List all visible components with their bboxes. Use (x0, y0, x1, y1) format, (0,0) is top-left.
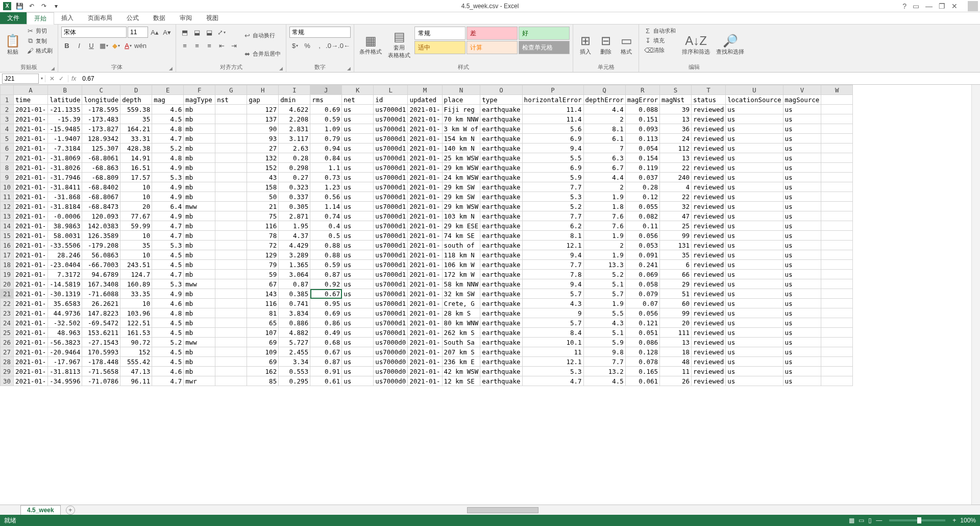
cell[interactable]: 4.9 (152, 192, 184, 202)
cell[interactable]: -66.7003 (82, 260, 120, 270)
cell[interactable]: -17.967 (48, 357, 82, 367)
cell[interactable]: reviewed (691, 270, 725, 279)
cell[interactable]: 5.9 (522, 173, 583, 182)
cell[interactable]: 13 (659, 153, 691, 163)
cell[interactable]: us (342, 289, 374, 299)
cell[interactable]: 0.056 (625, 231, 659, 241)
cell[interactable]: 25 (659, 221, 691, 231)
cell[interactable]: 0.086 (625, 338, 659, 347)
cell[interactable]: mb (184, 250, 215, 260)
cell[interactable]: earthquake (480, 289, 522, 299)
restore-button[interactable]: ❐ (939, 2, 945, 10)
row-header-10[interactable]: 10 (1, 182, 14, 192)
bold-button[interactable]: B (61, 40, 72, 51)
cell[interactable]: 4.9 (152, 289, 184, 299)
number-launcher-icon[interactable]: ◢ (347, 66, 351, 71)
cell[interactable]: 0.069 (625, 270, 659, 279)
cell[interactable]: 25 km WSW (442, 153, 480, 163)
cell[interactable]: reviewed (691, 211, 725, 221)
cell[interactable]: 4.5 (152, 250, 184, 260)
style-good[interactable]: 好 (519, 27, 570, 40)
cell[interactable]: 5.7 (522, 318, 583, 328)
cell[interactable]: 1.9 (583, 250, 625, 260)
cell[interactable]: 2021-01- (408, 163, 442, 173)
tab-formulas[interactable]: 公式 (119, 12, 146, 24)
cell[interactable]: us (783, 144, 821, 153)
cell[interactable]: us (783, 182, 821, 192)
cell[interactable]: id (374, 95, 408, 105)
cell[interactable]: us7000d0 (374, 357, 408, 367)
cell[interactable]: 2021-01- (408, 182, 442, 192)
cell[interactable]: 2.455 (279, 347, 310, 357)
cell[interactable]: 4.3 (522, 299, 583, 308)
cell[interactable]: 3.117 (279, 134, 310, 144)
cell[interactable]: -21.1335 (48, 105, 82, 114)
cell[interactable]: 2021-01- (408, 124, 442, 134)
cell[interactable]: 1.8 (583, 202, 625, 211)
cell[interactable]: mb (184, 192, 215, 202)
italic-button[interactable]: I (74, 40, 85, 51)
cell[interactable]: 2021-01- (14, 289, 48, 299)
cell[interactable]: us7000d1 (374, 250, 408, 260)
cell[interactable]: 22 (659, 192, 691, 202)
cell[interactable]: 0.088 (625, 105, 659, 114)
cell[interactable]: 4.7 (152, 270, 184, 279)
orientation-icon[interactable]: ⤢ (216, 27, 227, 38)
cell[interactable]: -173.827 (82, 124, 120, 134)
cell[interactable]: 129 (247, 250, 279, 260)
cell[interactable]: 0.121 (625, 318, 659, 328)
style-neutral[interactable]: 适中 (414, 41, 465, 54)
cell[interactable]: 29 km WSW (442, 163, 480, 173)
cell[interactable]: us (342, 367, 374, 376)
cell[interactable]: earthquake (480, 153, 522, 163)
cell[interactable]: us (342, 134, 374, 144)
cell[interactable]: earthquake (480, 241, 522, 250)
cell[interactable]: us7000d1 (374, 124, 408, 134)
cell[interactable]: 1.23 (310, 182, 342, 192)
paste-button[interactable]: 📋 粘贴 (3, 27, 22, 62)
undo-button[interactable]: ↶ (28, 2, 36, 10)
cell[interactable]: 0.113 (625, 134, 659, 144)
comma-format-icon[interactable]: , (314, 40, 325, 51)
cell[interactable]: 1.95 (279, 221, 310, 231)
cell[interactable]: 142.0383 (82, 221, 120, 231)
cell[interactable]: earthquake (480, 114, 522, 124)
style-normal[interactable]: 常规 (414, 27, 465, 40)
cell[interactable]: 20 (659, 318, 691, 328)
cell[interactable]: 26.2621 (82, 299, 120, 308)
cell[interactable]: 2021-01- (408, 376, 442, 386)
cell[interactable]: 5.7 (583, 289, 625, 299)
cell[interactable]: mb (184, 114, 215, 124)
font-size-select[interactable] (128, 27, 148, 38)
cell[interactable] (215, 338, 247, 347)
cell[interactable]: 2021-01- (14, 260, 48, 270)
increase-font-icon[interactable]: A▴ (149, 27, 160, 38)
tab-page-layout[interactable]: 页面布局 (81, 12, 119, 24)
row-header-17[interactable]: 17 (1, 250, 14, 260)
cell[interactable] (215, 241, 247, 250)
font-name-select[interactable] (61, 27, 127, 38)
cell[interactable]: us7000d0 (374, 376, 408, 386)
cell[interactable]: us (726, 124, 783, 134)
cell[interactable]: 0.88 (310, 241, 342, 250)
cell[interactable]: us (342, 260, 374, 270)
cell[interactable]: 1.9 (583, 299, 625, 308)
view-page-layout-icon[interactable]: ▭ (859, 517, 864, 524)
cell[interactable]: 2021-01- (14, 299, 48, 308)
cell[interactable] (821, 231, 853, 241)
cell[interactable]: 5.3 (152, 173, 184, 182)
cell[interactable] (821, 144, 853, 153)
cell[interactable]: 170.5993 (82, 347, 120, 357)
cell[interactable]: 128.9342 (82, 134, 120, 144)
cell[interactable]: 0.128 (625, 347, 659, 357)
cell[interactable]: 152 (120, 347, 152, 357)
cell[interactable] (215, 163, 247, 173)
cell[interactable]: 0.88 (310, 250, 342, 260)
row-header-14[interactable]: 14 (1, 221, 14, 231)
cell[interactable]: 132 (247, 153, 279, 163)
cell[interactable]: mb (184, 221, 215, 231)
cell[interactable]: 4.429 (279, 241, 310, 250)
cell[interactable]: reviewed (691, 279, 725, 289)
cell[interactable] (215, 202, 247, 211)
cell[interactable]: us (783, 260, 821, 270)
